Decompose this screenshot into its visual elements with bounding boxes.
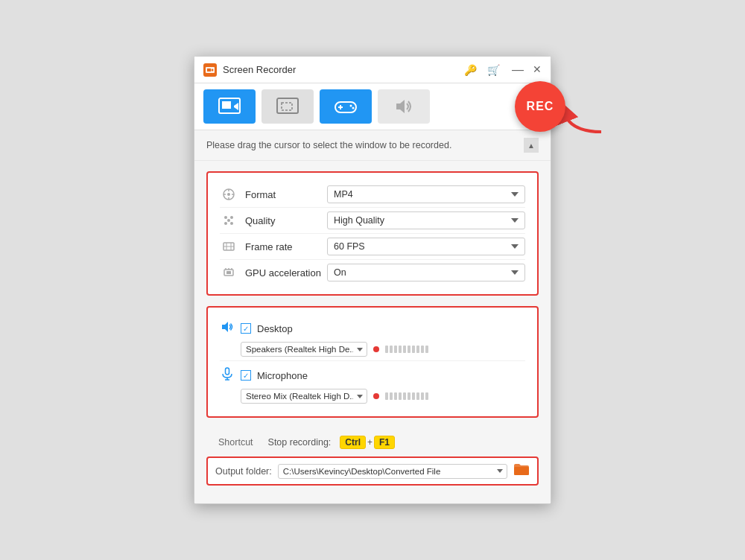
- vol-seg: [412, 346, 415, 353]
- shortcut-key1: Ctrl: [340, 436, 366, 449]
- svg-point-10: [350, 105, 352, 107]
- audio-settings-box: Desktop Speakers (Realtek High De...: [206, 306, 539, 418]
- output-folder-row: Output folder: C:\Users\Kevincy\Desktop\…: [206, 456, 539, 486]
- instruction-bar: Please drag the cursor to select the win…: [194, 130, 551, 161]
- svg-rect-35: [226, 368, 229, 375]
- svg-rect-38: [514, 467, 529, 475]
- svg-point-15: [227, 193, 230, 196]
- output-label: Output folder:: [215, 466, 272, 477]
- vol-seg: [399, 346, 402, 353]
- svg-rect-6: [282, 103, 292, 110]
- svg-point-22: [224, 222, 227, 225]
- app-window: Screen Recorder 🔑 🛒 — ✕: [194, 56, 551, 504]
- gpu-select[interactable]: On Off: [327, 264, 525, 281]
- svg-marker-34: [222, 322, 228, 332]
- shortcut-key2: F1: [374, 436, 395, 449]
- vol-seg: [390, 392, 393, 400]
- vol-seg: [425, 346, 428, 353]
- microphone-volume-bar: [385, 392, 428, 400]
- app-icon: [203, 63, 217, 77]
- tab-screen[interactable]: [203, 89, 256, 124]
- framerate-row: Frame rate 60 FPS 30 FPS 24 FPS 15 FPS: [220, 234, 525, 260]
- desktop-device-select[interactable]: Speakers (Realtek High De...: [241, 342, 367, 357]
- microphone-icon: [220, 367, 235, 384]
- video-settings-box: Format MP4 AVI MOV MKV GIF: [206, 171, 539, 296]
- tab-audio[interactable]: [378, 89, 430, 124]
- vol-seg: [394, 346, 397, 353]
- svg-rect-30: [226, 271, 231, 274]
- close-button[interactable]: ✕: [533, 63, 542, 77]
- folder-browse-icon[interactable]: [513, 462, 530, 480]
- gpu-icon: [220, 264, 238, 281]
- scroll-up-button[interactable]: ▲: [524, 138, 539, 153]
- desktop-volume-dot: [373, 346, 379, 352]
- vol-seg: [416, 346, 419, 353]
- title-bar: Screen Recorder 🔑 🛒 — ✕: [194, 57, 551, 83]
- svg-point-20: [224, 216, 227, 219]
- framerate-label: Frame rate: [245, 241, 327, 252]
- vol-seg: [421, 346, 424, 353]
- vol-seg: [416, 392, 419, 400]
- vol-seg: [394, 392, 397, 400]
- svg-point-2: [212, 69, 214, 71]
- format-icon: [220, 185, 238, 203]
- quality-row: Quality High Quality Medium Quality Low …: [220, 208, 525, 234]
- shortcut-label: Shortcut: [218, 437, 253, 448]
- format-label: Format: [245, 189, 327, 200]
- key-icon[interactable]: 🔑: [464, 64, 477, 76]
- vol-seg: [403, 346, 406, 353]
- microphone-label: Microphone: [257, 370, 308, 381]
- framerate-select[interactable]: 60 FPS 30 FPS 24 FPS 15 FPS: [327, 238, 525, 255]
- svg-marker-12: [396, 100, 405, 113]
- gpu-row: GPU acceleration On Off: [220, 260, 525, 285]
- tab-bar: REC: [194, 83, 551, 130]
- vol-seg: [412, 392, 415, 400]
- shortcut-action: Stop recording:: [268, 437, 332, 448]
- format-select[interactable]: MP4 AVI MOV MKV GIF: [327, 185, 525, 203]
- rec-button[interactable]: REC: [515, 81, 565, 132]
- microphone-volume-dot: [373, 393, 379, 399]
- vol-seg: [425, 392, 428, 400]
- shortcut-row: Shortcut Stop recording: Ctrl + F1: [206, 428, 539, 456]
- microphone-audio-controls: Stereo Mix (Realtek High D...: [241, 389, 525, 404]
- speaker-icon: [220, 320, 235, 337]
- svg-point-21: [230, 216, 233, 219]
- window-controls: — ✕: [512, 63, 542, 77]
- microphone-audio-header: Microphone: [220, 367, 525, 384]
- vol-seg: [408, 392, 410, 400]
- cart-icon[interactable]: 🛒: [487, 64, 500, 76]
- svg-rect-5: [277, 98, 298, 113]
- desktop-volume-bar: [385, 346, 428, 353]
- svg-rect-1: [207, 69, 211, 71]
- svg-point-11: [352, 107, 355, 109]
- svg-point-23: [230, 222, 233, 225]
- shortcut-keys: Ctrl + F1: [340, 436, 395, 449]
- title-bar-actions: 🔑 🛒: [464, 64, 500, 76]
- tab-region[interactable]: [261, 89, 314, 124]
- desktop-audio-controls: Speakers (Realtek High De...: [241, 342, 525, 357]
- microphone-device-select[interactable]: Stereo Mix (Realtek High D...: [241, 389, 367, 404]
- vol-seg: [421, 392, 424, 400]
- quality-icon: [220, 211, 238, 229]
- window-title: Screen Recorder: [223, 64, 464, 75]
- vol-seg: [403, 392, 406, 400]
- format-row: Format MP4 AVI MOV MKV GIF: [220, 182, 525, 208]
- svg-point-24: [227, 219, 230, 222]
- microphone-audio-section: Microphone Stereo Mix (Realtek High D...: [220, 361, 525, 407]
- desktop-checkbox[interactable]: [241, 323, 251, 334]
- desktop-audio-section: Desktop Speakers (Realtek High De...: [220, 316, 525, 361]
- minimize-button[interactable]: —: [512, 63, 524, 77]
- quality-label: Quality: [245, 215, 327, 226]
- tab-game[interactable]: [320, 89, 372, 124]
- main-content: Format MP4 AVI MOV MKV GIF: [194, 161, 551, 503]
- svg-rect-4: [222, 101, 231, 109]
- microphone-checkbox[interactable]: [241, 370, 251, 381]
- shortcut-plus: +: [367, 437, 372, 448]
- desktop-label: Desktop: [257, 323, 293, 334]
- vol-seg: [390, 346, 393, 353]
- output-path-select[interactable]: C:\Users\Kevincy\Desktop\Converted File: [278, 464, 507, 479]
- vol-seg: [408, 346, 410, 353]
- desktop-audio-header: Desktop: [220, 320, 525, 337]
- gpu-label: GPU acceleration: [245, 267, 327, 279]
- quality-select[interactable]: High Quality Medium Quality Low Quality: [327, 211, 525, 229]
